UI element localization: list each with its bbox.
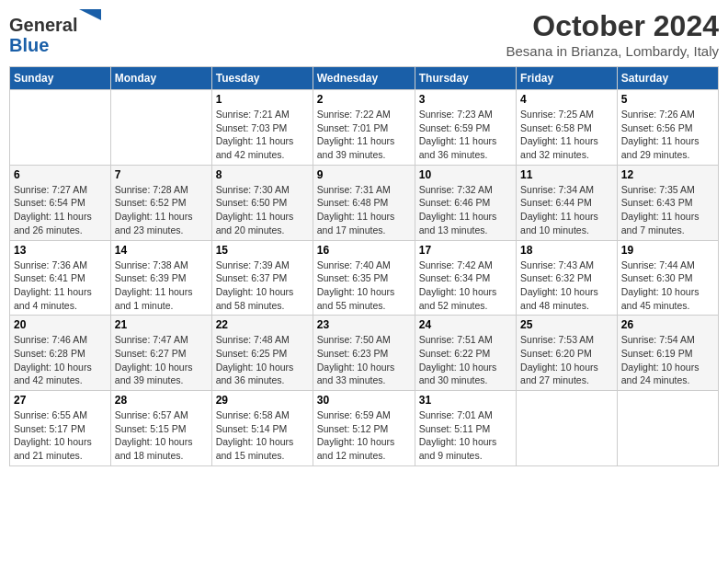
day-info: Sunrise: 7:31 AMSunset: 6:48 PMDaylight:… xyxy=(317,183,411,237)
day-info: Sunrise: 7:42 AMSunset: 6:34 PMDaylight:… xyxy=(419,259,512,313)
weekday-header-tuesday: Tuesday xyxy=(211,67,313,90)
calendar-week-5: 27Sunrise: 6:55 AMSunset: 5:17 PMDayligh… xyxy=(10,391,719,466)
day-number: 11 xyxy=(520,168,613,181)
day-number: 22 xyxy=(216,318,309,331)
day-info: Sunrise: 7:36 AMSunset: 6:41 PMDaylight:… xyxy=(14,259,107,313)
day-number: 16 xyxy=(317,244,411,257)
day-number: 29 xyxy=(216,394,309,407)
calendar-cell: 28Sunrise: 6:57 AMSunset: 5:15 PMDayligh… xyxy=(110,391,211,466)
day-info: Sunrise: 7:01 AMSunset: 5:11 PMDaylight:… xyxy=(419,408,512,463)
day-number: 10 xyxy=(419,168,512,181)
calendar-cell: 9Sunrise: 7:31 AMSunset: 6:48 PMDaylight… xyxy=(313,165,415,240)
day-info: Sunrise: 6:57 AMSunset: 5:15 PMDaylight:… xyxy=(115,408,208,463)
month-title: October 2024 xyxy=(506,9,719,43)
calendar-cell: 25Sunrise: 7:53 AMSunset: 6:20 PMDayligh… xyxy=(517,316,618,391)
logo-blue: Blue xyxy=(9,35,49,55)
day-number: 3 xyxy=(419,93,512,106)
calendar-week-3: 13Sunrise: 7:36 AMSunset: 6:41 PMDayligh… xyxy=(10,240,719,316)
day-info: Sunrise: 7:28 AMSunset: 6:52 PMDaylight:… xyxy=(115,183,208,237)
calendar-cell: 5Sunrise: 7:26 AMSunset: 6:56 PMDaylight… xyxy=(617,90,718,166)
day-number: 8 xyxy=(216,168,309,181)
weekday-header-sunday: Sunday xyxy=(10,67,111,90)
calendar-cell: 16Sunrise: 7:40 AMSunset: 6:35 PMDayligh… xyxy=(313,240,415,316)
calendar-cell xyxy=(617,391,718,466)
calendar-cell xyxy=(10,90,111,166)
day-number: 13 xyxy=(14,244,107,257)
day-number: 5 xyxy=(621,93,714,106)
logo-blue-text: Blue xyxy=(9,35,101,55)
logo-text: General xyxy=(9,9,101,35)
day-number: 19 xyxy=(621,244,714,257)
calendar-cell: 15Sunrise: 7:39 AMSunset: 6:37 PMDayligh… xyxy=(211,240,313,316)
page-header: General Blue October 2024 Besana in Bria… xyxy=(9,9,719,59)
day-info: Sunrise: 7:22 AMSunset: 7:01 PMDaylight:… xyxy=(317,108,411,162)
day-number: 17 xyxy=(419,244,512,257)
day-info: Sunrise: 7:51 AMSunset: 6:22 PMDaylight:… xyxy=(419,333,512,387)
weekday-header-monday: Monday xyxy=(110,67,211,90)
day-number: 26 xyxy=(621,318,714,331)
calendar-cell: 13Sunrise: 7:36 AMSunset: 6:41 PMDayligh… xyxy=(10,240,111,316)
day-info: Sunrise: 7:44 AMSunset: 6:30 PMDaylight:… xyxy=(621,259,714,313)
day-number: 21 xyxy=(115,318,208,331)
weekday-header-wednesday: Wednesday xyxy=(313,67,415,90)
day-info: Sunrise: 7:32 AMSunset: 6:46 PMDaylight:… xyxy=(419,183,512,237)
calendar-cell: 27Sunrise: 6:55 AMSunset: 5:17 PMDayligh… xyxy=(10,391,111,466)
day-number: 30 xyxy=(317,394,411,407)
calendar-cell: 14Sunrise: 7:38 AMSunset: 6:39 PMDayligh… xyxy=(110,240,211,316)
day-info: Sunrise: 7:35 AMSunset: 6:43 PMDaylight:… xyxy=(621,183,714,237)
calendar-week-4: 20Sunrise: 7:46 AMSunset: 6:28 PMDayligh… xyxy=(10,316,719,391)
logo-icon xyxy=(79,9,101,31)
calendar-cell xyxy=(517,391,618,466)
calendar-cell: 3Sunrise: 7:23 AMSunset: 6:59 PMDaylight… xyxy=(415,90,516,166)
calendar-cell: 11Sunrise: 7:34 AMSunset: 6:44 PMDayligh… xyxy=(517,165,618,240)
day-info: Sunrise: 7:48 AMSunset: 6:25 PMDaylight:… xyxy=(216,333,309,387)
day-info: Sunrise: 6:59 AMSunset: 5:12 PMDaylight:… xyxy=(317,408,411,463)
day-number: 12 xyxy=(621,168,714,181)
weekday-header-saturday: Saturday xyxy=(617,67,718,90)
svg-marker-0 xyxy=(79,9,101,20)
day-number: 14 xyxy=(115,244,208,257)
day-number: 25 xyxy=(520,318,613,331)
calendar-cell: 26Sunrise: 7:54 AMSunset: 6:19 PMDayligh… xyxy=(617,316,718,391)
day-info: Sunrise: 7:26 AMSunset: 6:56 PMDaylight:… xyxy=(621,108,714,162)
day-number: 2 xyxy=(317,93,411,106)
day-info: Sunrise: 6:55 AMSunset: 5:17 PMDaylight:… xyxy=(14,408,107,463)
weekday-header-thursday: Thursday xyxy=(415,67,516,90)
calendar-cell xyxy=(110,90,211,166)
day-info: Sunrise: 7:21 AMSunset: 7:03 PMDaylight:… xyxy=(216,108,309,162)
day-number: 18 xyxy=(520,244,613,257)
calendar-cell: 12Sunrise: 7:35 AMSunset: 6:43 PMDayligh… xyxy=(617,165,718,240)
day-number: 7 xyxy=(115,168,208,181)
calendar-cell: 2Sunrise: 7:22 AMSunset: 7:01 PMDaylight… xyxy=(313,90,415,166)
calendar-week-2: 6Sunrise: 7:27 AMSunset: 6:54 PMDaylight… xyxy=(10,165,719,240)
calendar-cell: 24Sunrise: 7:51 AMSunset: 6:22 PMDayligh… xyxy=(415,316,516,391)
day-number: 23 xyxy=(317,318,411,331)
calendar-cell: 19Sunrise: 7:44 AMSunset: 6:30 PMDayligh… xyxy=(617,240,718,316)
calendar-cell: 29Sunrise: 6:58 AMSunset: 5:14 PMDayligh… xyxy=(211,391,313,466)
day-number: 28 xyxy=(115,394,208,407)
calendar-cell: 22Sunrise: 7:48 AMSunset: 6:25 PMDayligh… xyxy=(211,316,313,391)
calendar-cell: 17Sunrise: 7:42 AMSunset: 6:34 PMDayligh… xyxy=(415,240,516,316)
day-info: Sunrise: 7:54 AMSunset: 6:19 PMDaylight:… xyxy=(621,333,714,387)
calendar-cell: 8Sunrise: 7:30 AMSunset: 6:50 PMDaylight… xyxy=(211,165,313,240)
day-number: 31 xyxy=(419,394,512,407)
location: Besana in Brianza, Lombardy, Italy xyxy=(506,43,719,59)
logo: General Blue xyxy=(9,9,101,55)
day-info: Sunrise: 7:53 AMSunset: 6:20 PMDaylight:… xyxy=(520,333,613,387)
day-info: Sunrise: 7:47 AMSunset: 6:27 PMDaylight:… xyxy=(115,333,208,387)
calendar-cell: 20Sunrise: 7:46 AMSunset: 6:28 PMDayligh… xyxy=(10,316,111,391)
calendar-table: SundayMondayTuesdayWednesdayThursdayFrid… xyxy=(9,66,719,466)
day-info: Sunrise: 7:30 AMSunset: 6:50 PMDaylight:… xyxy=(216,183,309,237)
day-info: Sunrise: 7:50 AMSunset: 6:23 PMDaylight:… xyxy=(317,333,411,387)
day-number: 6 xyxy=(14,168,107,181)
day-info: Sunrise: 7:38 AMSunset: 6:39 PMDaylight:… xyxy=(115,259,208,313)
day-number: 15 xyxy=(216,244,309,257)
day-number: 20 xyxy=(14,318,107,331)
day-info: Sunrise: 7:46 AMSunset: 6:28 PMDaylight:… xyxy=(14,333,107,387)
day-info: Sunrise: 7:39 AMSunset: 6:37 PMDaylight:… xyxy=(216,259,309,313)
day-number: 9 xyxy=(317,168,411,181)
day-number: 4 xyxy=(520,93,613,106)
calendar-cell: 1Sunrise: 7:21 AMSunset: 7:03 PMDaylight… xyxy=(211,90,313,166)
day-number: 24 xyxy=(419,318,512,331)
day-info: Sunrise: 7:34 AMSunset: 6:44 PMDaylight:… xyxy=(520,183,613,237)
